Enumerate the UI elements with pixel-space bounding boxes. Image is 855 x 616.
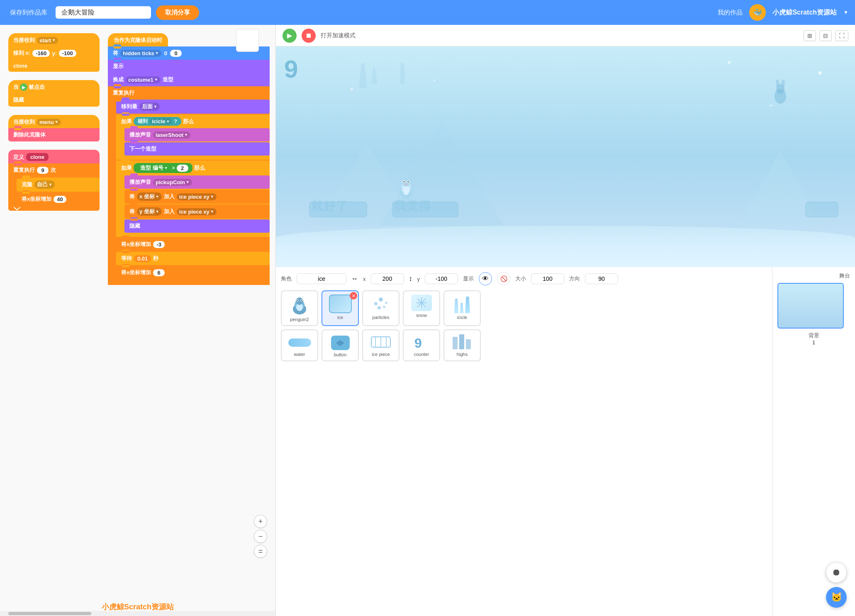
move-y-input[interactable]: -100 <box>59 50 76 57</box>
play-sound2-label: 播放声音 <box>129 178 151 186</box>
touch-dd[interactable]: icicle <box>149 118 172 125</box>
block-group-4: 定义 clone 重复执行 9 次 克隆 自己 <box>8 150 100 211</box>
y-coord-dd[interactable]: y 坐标 <box>137 207 162 216</box>
add-x-val[interactable]: 40 <box>54 196 66 203</box>
next-costume-block[interactable]: 下一个造型 <box>124 142 270 156</box>
y-input[interactable] <box>425 273 458 284</box>
button-sprite-icon <box>331 336 350 350</box>
small-stage-btn[interactable]: ⊞ <box>804 30 816 41</box>
move-back-block[interactable]: 移到最 后面 <box>116 100 270 114</box>
sprite-name-counter: counter <box>407 352 436 357</box>
sprite-item-water[interactable]: water <box>281 329 318 361</box>
role-name-input[interactable] <box>297 273 346 284</box>
define-clone-block[interactable]: 定义 clone <box>8 150 100 163</box>
stage-thumbnail[interactable] <box>777 283 844 329</box>
fullscreen-btn[interactable]: ⛶ <box>835 30 848 41</box>
stage-score: 9 <box>284 55 298 83</box>
list2-dd[interactable]: ice piece xy <box>177 208 217 215</box>
sprite-item-counter[interactable]: 9 counter <box>403 329 440 361</box>
svg-point-25 <box>383 306 385 308</box>
sound1-dd[interactable]: laserShoot <box>153 131 190 139</box>
repeat-top[interactable]: 重复执行 9 次 <box>8 163 100 177</box>
sprite-item-icicle[interactable]: icicle <box>443 290 481 326</box>
repeat-n[interactable]: 9 <box>37 167 49 174</box>
hide-block[interactable]: 隐藏 <box>8 93 100 107</box>
add-x-neg-block[interactable]: 将x坐标增加 -3 <box>116 238 270 251</box>
costume-dd[interactable]: costume1 <box>126 76 161 83</box>
wait-unit: 秒 <box>153 255 158 262</box>
wait-block[interactable]: 等待 0.01 秒 <box>116 252 270 265</box>
ice-delete-btn[interactable]: ✕ <box>350 292 357 299</box>
wait-val[interactable]: 0.01 <box>134 255 151 262</box>
help-button[interactable]: 🐱 <box>826 587 847 608</box>
right-blocks: 当作为克隆体启动时 将 hidden ticks 0 0 显示 换成 costu… <box>108 33 270 285</box>
particles-icon <box>372 295 390 313</box>
sound2-dd[interactable]: pickupCoin <box>153 179 192 186</box>
counter-icon: 9 <box>412 334 431 350</box>
play-sound-block[interactable]: 播放声音 laserShoot <box>124 128 270 141</box>
zoom-out-button[interactable]: − <box>254 530 267 543</box>
gt-val[interactable]: 2 <box>177 165 188 172</box>
zoom-reset-button[interactable]: = <box>254 545 267 558</box>
switch-costume-block[interactable]: 换成 costume1 造型 <box>108 73 270 86</box>
costume-num-dd[interactable]: 造型 编号 <box>138 164 171 172</box>
add-x2-val[interactable]: -3 <box>153 241 165 248</box>
normal-stage-btn[interactable]: ⊟ <box>819 30 832 41</box>
my-works-link[interactable]: 我的作品 <box>718 9 743 17</box>
delete-clone-label: 删除此克隆体 <box>13 131 46 139</box>
backdrop-label: 背景 <box>777 332 850 339</box>
sprite-item-penguin2[interactable]: penguin2 <box>281 290 318 326</box>
clone-block[interactable]: clone <box>8 60 100 72</box>
project-title-input[interactable] <box>56 6 151 19</box>
show-block-right[interactable]: 显示 <box>108 60 270 73</box>
show-button[interactable]: 👁 <box>479 272 492 285</box>
x-coord-dd[interactable]: x 坐标 <box>137 192 162 201</box>
delete-clone-block[interactable]: 删除此克隆体 <box>8 128 100 141</box>
sprite-item-ice[interactable]: ✕ ice <box>322 290 359 326</box>
add-x3-val[interactable]: 6 <box>153 269 165 276</box>
code-area[interactable]: 当接收到 start 移到 x: -160 y: -100 clone <box>0 25 275 616</box>
stop-button[interactable]: ⏹ <box>302 29 316 43</box>
when-receive-menu-block[interactable]: 当接收到 menu <box>8 115 100 128</box>
move-back-dd[interactable]: 后面 <box>139 102 160 111</box>
add-to-list2-block[interactable]: 将 y 坐标 加入 ice piece xy <box>124 205 270 219</box>
sprite-item-snow[interactable]: snow <box>403 290 440 326</box>
size-input[interactable] <box>531 273 564 284</box>
watermark: 小虎鲸Scratch资源站 <box>102 602 174 612</box>
sprite-name-ice: ice <box>326 315 355 320</box>
x-input[interactable] <box>371 273 404 284</box>
add-to-list1-block[interactable]: 将 x 坐标 加入 ice piece xy <box>124 190 270 204</box>
zoom-in-button[interactable]: + <box>254 515 267 528</box>
set-var-dd[interactable]: hidden ticks <box>120 50 161 57</box>
set-val[interactable]: 0 <box>170 50 182 57</box>
add-x-pos-block[interactable]: 将x坐标增加 6 <box>116 266 270 279</box>
play-sound2-block[interactable]: 播放声音 pickupCoin <box>124 175 270 189</box>
hide-button[interactable]: 🚫 <box>497 272 510 285</box>
sprite-item-particles[interactable]: particles <box>362 290 399 326</box>
dropdown-arrow-icon[interactable]: ▼ <box>843 10 848 15</box>
receive-menu-dd[interactable]: menu <box>37 119 61 126</box>
flag-clicked-block[interactable]: 当 ▶ 被点击 <box>8 80 100 93</box>
set-to-label: 0 <box>164 50 167 56</box>
sprite-item-highs[interactable]: highs <box>443 329 481 361</box>
sprite-item-ice-piece[interactable]: ice piece <box>362 329 399 361</box>
clone-dd[interactable]: 自己 <box>34 180 55 189</box>
record-button[interactable]: ⏺ <box>826 562 847 583</box>
add-x-block[interactable]: 将x坐标增加 40 <box>17 192 100 206</box>
receive-start-dd[interactable]: start <box>37 37 58 44</box>
green-flag-button[interactable]: ▶ <box>283 29 297 43</box>
stage[interactable]: 9 <box>276 46 855 267</box>
hide2-block[interactable]: 隐藏 <box>124 219 270 233</box>
svg-point-20 <box>301 300 302 301</box>
when-receive-block[interactable]: 当接收到 start <box>8 33 100 46</box>
dir-input[interactable] <box>585 273 618 284</box>
share-button[interactable]: 取消分享 <box>156 5 199 20</box>
turbo-button[interactable]: 打开加速模式 <box>321 32 356 39</box>
list1-dd[interactable]: ice piece xy <box>177 193 217 200</box>
save-button[interactable]: 保存到作品库 <box>7 9 51 17</box>
move-xy-block[interactable]: 移到 x: -160 y: -100 <box>8 46 100 60</box>
clone-self-block[interactable]: 克隆 自己 <box>17 178 100 192</box>
sprite-item-button[interactable]: button <box>322 329 359 361</box>
snow-sprite-icon <box>411 295 432 311</box>
move-x-input[interactable]: -160 <box>32 50 50 57</box>
